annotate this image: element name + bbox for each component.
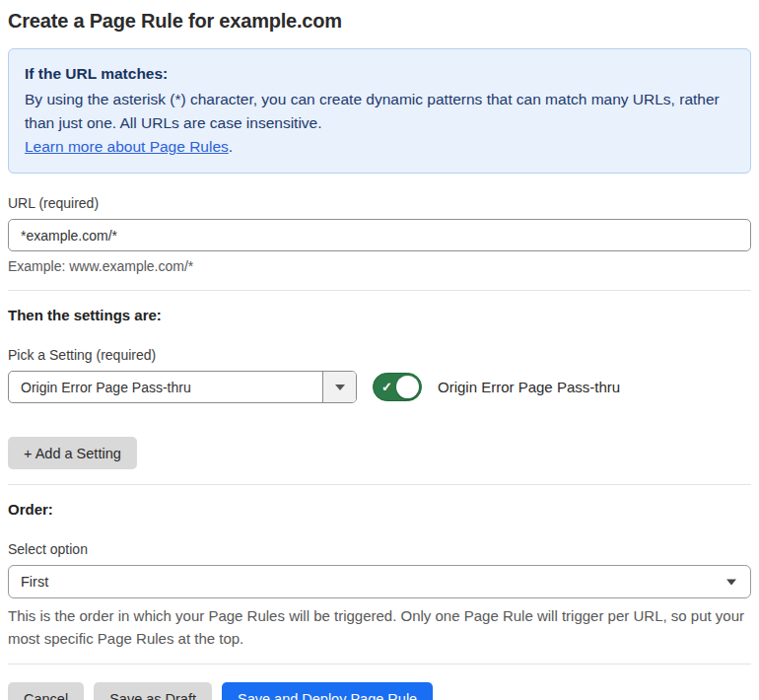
url-input[interactable] (8, 219, 751, 251)
divider (8, 290, 751, 291)
info-callout-heading: If the URL matches: (25, 62, 734, 86)
order-helper-text: This is the order in which your Page Rul… (8, 605, 751, 650)
chevron-down-icon (335, 385, 345, 390)
info-callout-body: By using the asterisk (*) character, you… (25, 88, 734, 135)
divider (8, 664, 751, 665)
cancel-button[interactable]: Cancel (8, 682, 84, 700)
url-example-helper: Example: www.example.com/* (8, 258, 751, 274)
chevron-down-icon (726, 580, 736, 586)
save-as-draft-button[interactable]: Save as Draft (94, 682, 212, 700)
url-field-label: URL (required) (8, 195, 751, 211)
setting-dropdown[interactable]: Origin Error Page Pass-thru (8, 371, 357, 403)
link-suffix-period: . (229, 138, 233, 155)
setting-row: Origin Error Page Pass-thru ✓ Origin Err… (8, 371, 751, 403)
add-setting-button[interactable]: + Add a Setting (8, 437, 137, 469)
check-icon: ✓ (381, 381, 392, 393)
pick-setting-label: Pick a Setting (required) (8, 347, 751, 363)
divider (8, 484, 751, 485)
settings-section-heading: Then the settings are: (8, 307, 751, 323)
learn-more-link[interactable]: Learn more about Page Rules (25, 138, 229, 155)
save-and-deploy-button[interactable]: Save and Deploy Page Rule (222, 682, 433, 700)
origin-error-toggle[interactable]: ✓ (373, 373, 422, 401)
order-select[interactable]: First (8, 565, 751, 598)
order-section-heading: Order: (8, 501, 751, 518)
setting-toggle-label: Origin Error Page Pass-thru (438, 379, 620, 395)
setting-dropdown-arrow-button[interactable] (322, 372, 356, 402)
setting-dropdown-value: Origin Error Page Pass-thru (9, 372, 322, 402)
order-select-value: First (21, 574, 48, 590)
toggle-knob (396, 376, 419, 398)
url-match-info-callout: If the URL matches: By using the asteris… (8, 48, 751, 174)
footer-actions: Cancel Save as Draft Save and Deploy Pag… (8, 682, 751, 700)
order-select-label: Select option (8, 541, 751, 557)
info-callout-link-row: Learn more about Page Rules. (25, 135, 734, 159)
setting-toggle-group: ✓ Origin Error Page Pass-thru (373, 373, 620, 401)
page-title: Create a Page Rule for example.com (8, 10, 751, 33)
